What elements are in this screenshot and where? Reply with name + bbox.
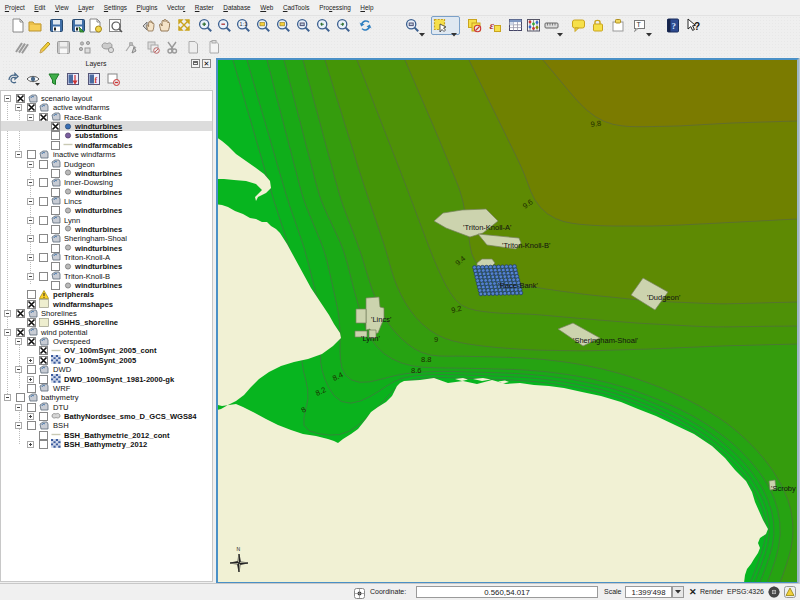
svg-text:T: T bbox=[637, 21, 642, 28]
svg-text:1:1: 1:1 bbox=[240, 21, 248, 27]
svg-text:'Sheringham-Shoal': 'Sheringham-Shoal' bbox=[573, 336, 639, 345]
svg-text:ε: ε bbox=[490, 19, 495, 31]
svg-text:'Race-Bank': 'Race-Bank' bbox=[498, 281, 539, 290]
svg-text:'Lincs': 'Lincs' bbox=[371, 315, 392, 324]
svg-text:'Lynn': 'Lynn' bbox=[361, 334, 380, 343]
svg-text:9: 9 bbox=[434, 335, 438, 344]
svg-text:9.8: 9.8 bbox=[590, 119, 602, 129]
svg-text:f: f bbox=[95, 76, 98, 85]
svg-text:'Dudgeon': 'Dudgeon' bbox=[647, 293, 681, 302]
svg-text:?: ? bbox=[694, 21, 700, 32]
svg-text:8.8: 8.8 bbox=[421, 355, 431, 364]
svg-text:'Scroby: 'Scroby bbox=[771, 484, 796, 493]
svg-text:?: ? bbox=[672, 21, 677, 31]
svg-text:'Triton-Knoll-B': 'Triton-Knoll-B' bbox=[502, 241, 551, 250]
svg-text:8.6: 8.6 bbox=[411, 366, 421, 375]
svg-text:'Triton-Knoll-A': 'Triton-Knoll-A' bbox=[463, 223, 512, 232]
svg-text:N: N bbox=[237, 546, 241, 552]
